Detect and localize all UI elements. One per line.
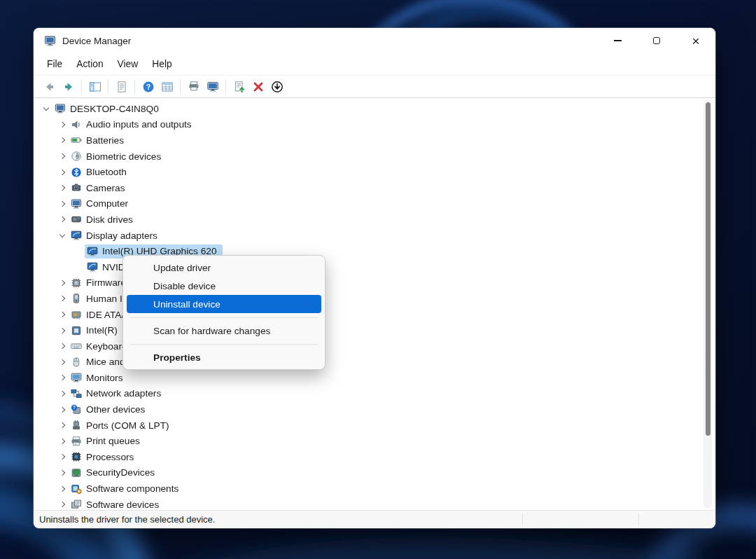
tree-item-bluetooth[interactable]: Bluetooth [34,164,704,180]
scrollbar-thumb[interactable] [706,102,710,436]
disable-device-icon [271,81,284,93]
vertical-scrollbar[interactable] [704,99,712,509]
context-menu-item-update-driver[interactable]: Update driver [127,258,321,277]
tree-item-biometric-devices[interactable]: Biometric devices [34,149,704,165]
tree-item-securitydevices[interactable]: SecurityDevices [34,465,704,481]
software-components-icon [71,483,82,495]
chevron-collapsed-icon[interactable] [57,293,69,305]
chevron-expanded-icon[interactable] [41,103,52,115]
toolbar-show-console-tree-button[interactable] [85,78,104,96]
chevron-collapsed-icon[interactable] [57,151,69,163]
tree-item-label: Bluetooth [86,167,127,177]
mouse-icon [71,357,82,368]
toolbar-disable-device-button[interactable] [267,78,286,96]
firmware-icon [71,277,82,289]
menu-file[interactable]: File [40,55,69,73]
chevron-collapsed-icon[interactable] [57,340,69,352]
monitor-icon [71,372,82,383]
close-button[interactable]: × [676,28,715,53]
menu-view[interactable]: View [111,55,146,73]
tree-item-label: Network adapters [86,388,161,399]
tree-item-label: Intel(R) [86,325,118,336]
toolbar-separator [225,80,226,94]
context-menu-item-scan-for-hardware-changes[interactable]: Scan for hardware changes [127,322,321,340]
toolbar-separator [81,80,82,94]
tree-item-software-components[interactable]: Software components [34,481,704,497]
chevron-collapsed-icon[interactable] [57,420,69,432]
toolbar-uninstall-device-button[interactable] [248,78,267,96]
tree-item-network-adapters[interactable]: Network adapters [34,386,704,402]
tree-item-label: DESKTOP-C4IN8Q0 [70,104,159,114]
ide-icon [71,309,82,320]
tree-item-ports-com-lpt[interactable]: Ports (COM & LPT) [34,417,704,434]
toolbar: ? [34,76,715,98]
toolbar-forward-arrow-button[interactable] [59,78,78,96]
tree-item-label: Audio inputs and outputs [86,119,192,130]
toolbar-back-arrow-button[interactable] [40,78,59,96]
chevron-collapsed-icon[interactable] [57,198,69,209]
tree-item-computer[interactable]: Computer [34,196,704,212]
audio-icon [71,119,82,130]
export-list-icon [161,81,174,93]
window-controls: × [598,28,715,53]
tree-item-label: SecurityDevices [86,467,155,478]
chevron-collapsed-icon[interactable] [57,309,69,321]
tree-item-audio-inputs-and-outputs[interactable]: Audio inputs and outputs [34,117,704,133]
chevron-collapsed-icon[interactable] [57,451,69,463]
tree-item-processors[interactable]: Processors [34,449,704,465]
toolbar-properties-document-button[interactable] [112,78,131,96]
other-device-icon: ? [71,404,82,415]
tree-item-display-adapters[interactable]: Display adapters [34,228,704,244]
toolbar-help-button[interactable]: ? [139,78,158,96]
tree-item-disk-drives[interactable]: Disk drives [34,212,704,228]
tree-item-print-queues[interactable]: Print queues [34,433,704,449]
chevron-collapsed-icon[interactable] [57,214,69,226]
help-icon: ? [142,81,155,93]
tree-item-other-devices[interactable]: ?Other devices [34,401,704,417]
chevron-collapsed-icon[interactable] [57,499,69,510]
context-menu-item-disable-device[interactable]: Disable device [127,277,321,295]
chevron-collapsed-icon[interactable] [57,166,69,178]
chevron-collapsed-icon[interactable] [57,435,69,447]
chevron-collapsed-icon[interactable] [57,182,69,194]
minimize-icon [614,40,622,41]
toolbar-update-driver-button[interactable] [230,78,248,96]
toolbar-remote-computer-button[interactable] [203,78,222,96]
tree-item-software-devices[interactable]: Software devices [34,497,704,510]
chevron-collapsed-icon[interactable] [57,467,69,478]
tree-item-cameras[interactable]: Cameras [34,180,704,196]
chevron-collapsed-icon[interactable] [57,372,69,384]
chevron-collapsed-icon[interactable] [57,134,69,146]
tree-item-monitors[interactable]: Monitors [34,370,704,386]
maximize-icon [653,37,660,44]
processor-icon [71,451,82,462]
chevron-collapsed-icon[interactable] [57,277,69,289]
context-menu: Update driverDisable deviceUninstall dev… [122,255,326,370]
toolbar-export-list-button[interactable] [158,78,176,96]
toolbar-separator [180,80,181,94]
minimize-button[interactable] [598,28,637,53]
chevron-collapsed-icon[interactable] [57,356,69,368]
context-menu-separator [130,344,318,345]
toolbar-print-button[interactable] [184,78,203,96]
chevron-expanded-icon[interactable] [57,230,69,242]
tree-item-batteries[interactable]: Batteries [34,132,704,149]
menu-action[interactable]: Action [69,55,110,73]
printer-icon [71,436,82,447]
bluetooth-icon [71,167,82,178]
chevron-collapsed-icon[interactable] [57,118,69,130]
context-menu-separator [130,317,318,318]
menu-bar: FileActionViewHelp [34,53,715,76]
chevron-collapsed-icon[interactable] [57,403,69,415]
chevron-collapsed-icon[interactable] [57,324,69,336]
forward-arrow-icon [62,81,75,93]
context-menu-item-properties[interactable]: Properties [127,348,321,366]
chevron-collapsed-icon[interactable] [57,387,69,399]
tree-item-desktop-c4in8q0[interactable]: DESKTOP-C4IN8Q0 [34,101,704,117]
back-arrow-icon [43,81,56,93]
tree-item-label: Batteries [86,135,124,146]
chevron-collapsed-icon[interactable] [57,483,69,495]
menu-help[interactable]: Help [145,55,178,73]
context-menu-item-uninstall-device[interactable]: Uninstall device [127,295,321,313]
maximize-button[interactable] [637,28,676,53]
